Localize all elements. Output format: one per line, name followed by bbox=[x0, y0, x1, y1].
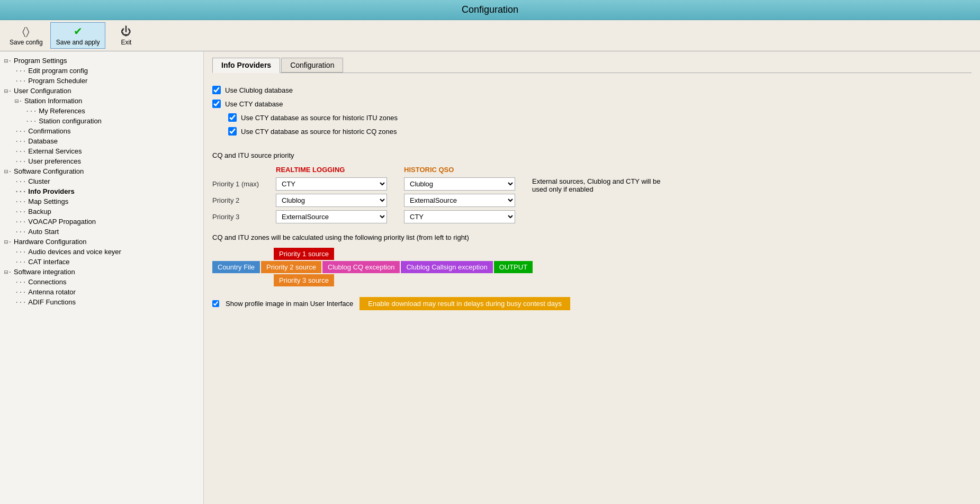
historic-header: HISTORIC QSO bbox=[404, 164, 522, 176]
priority-2-label: Priority 2 bbox=[212, 192, 276, 209]
spacer-1 bbox=[393, 176, 404, 192]
priority-1-historic-cell: Clublog CTY ExternalSource bbox=[404, 176, 522, 192]
sidebar-item-user-configuration[interactable]: ⊟· User Configuration bbox=[0, 86, 203, 96]
priority-3-realtime-cell: CTY Clublog ExternalSource bbox=[276, 209, 393, 225]
priority-3-historic-cell: Clublog CTY ExternalSource bbox=[404, 209, 522, 225]
priority-visual-row-1: Priority 1 source bbox=[212, 248, 972, 260]
note-header bbox=[522, 164, 670, 176]
use-cty-cq-row: Use CTY database as source for historic … bbox=[228, 127, 972, 136]
spacer-3 bbox=[393, 209, 404, 225]
spacer-2 bbox=[393, 192, 404, 209]
use-cty-row: Use CTY database bbox=[212, 100, 972, 108]
checkboxes-section: Use Clublog database Use CTY database Us… bbox=[212, 82, 972, 145]
toolbar: 〈〉 Save config ✔ Save and apply ⏻ Exit bbox=[0, 20, 980, 51]
priority-3-label: Priority 3 bbox=[212, 209, 276, 225]
priority-calc-text: CQ and ITU zones will be calculated usin… bbox=[212, 233, 972, 241]
priority-2-realtime-cell: CTY Clublog ExternalSource bbox=[276, 192, 393, 209]
clublog-cq-badge: Clublog CQ exception bbox=[322, 261, 400, 273]
priority-2-source-badge: Priority 2 source bbox=[261, 261, 321, 273]
tab-configuration[interactable]: Configuration bbox=[281, 58, 343, 73]
sidebar-item-external-services[interactable]: ··· External Services bbox=[0, 146, 203, 156]
sidebar-item-audio-devices[interactable]: ··· Audio devices and voice keyer bbox=[0, 247, 203, 257]
priority-1-realtime-select[interactable]: CTY Clublog ExternalSource bbox=[276, 177, 387, 191]
empty-header bbox=[212, 164, 276, 176]
checkmark-icon: ✔ bbox=[74, 25, 83, 38]
priority-row-1: Priority 1 (max) CTY Clublog ExternalSou… bbox=[212, 176, 670, 192]
tab-info-providers[interactable]: Info Providers bbox=[212, 58, 280, 73]
app-title: Configuration bbox=[462, 4, 518, 15]
priority-visual-row-2: Country File Priority 2 source Clublog C… bbox=[212, 261, 972, 273]
sidebar-item-software-configuration[interactable]: ⊟· Software Configuration bbox=[0, 166, 203, 176]
sidebar-item-connections[interactable]: ··· Connections bbox=[0, 277, 203, 287]
sidebar-item-my-references[interactable]: ··· My References bbox=[0, 106, 203, 116]
priority-2-historic-cell: Clublog CTY ExternalSource bbox=[404, 192, 522, 209]
warning-badge: Enable download may result in delays dur… bbox=[359, 297, 570, 310]
show-profile-label: Show profile image in main User Interfac… bbox=[226, 300, 353, 308]
priority-section-label: CQ and ITU source priority bbox=[212, 151, 972, 159]
main-layout: ⊟· Program Settings ··· Edit program con… bbox=[0, 51, 980, 504]
sidebar-item-cat-interface[interactable]: ··· CAT interface bbox=[0, 257, 203, 267]
country-file-badge: Country File bbox=[212, 261, 260, 273]
sidebar-item-antenna-rotator[interactable]: ··· Antenna rotator bbox=[0, 287, 203, 297]
exit-button[interactable]: ⏻ Exit bbox=[107, 23, 145, 48]
show-profile-row: Show profile image in main User Interfac… bbox=[212, 297, 972, 310]
save-and-apply-button[interactable]: ✔ Save and apply bbox=[50, 22, 106, 49]
save-icon: 〈〉 bbox=[22, 25, 30, 38]
power-icon: ⏻ bbox=[121, 25, 131, 38]
sidebar-item-program-settings[interactable]: ⊟· Program Settings bbox=[0, 56, 203, 66]
use-clublog-checkbox[interactable] bbox=[212, 86, 221, 94]
sidebar-item-adif-functions[interactable]: ··· ADIF Functions bbox=[0, 297, 203, 307]
sidebar-item-map-settings[interactable]: ··· Map Settings bbox=[0, 196, 203, 206]
use-cty-checkbox[interactable] bbox=[212, 100, 221, 108]
save-config-button[interactable]: 〈〉 Save config bbox=[4, 23, 48, 48]
tab-bar: Info Providers Configuration bbox=[212, 58, 972, 73]
sidebar-item-program-scheduler[interactable]: ··· Program Scheduler bbox=[0, 76, 203, 86]
priority-1-historic-select[interactable]: Clublog CTY ExternalSource bbox=[404, 177, 515, 191]
sidebar-item-software-integration[interactable]: ⊟· Software integration bbox=[0, 267, 203, 277]
sidebar-item-confirmations[interactable]: ··· Confirmations bbox=[0, 126, 203, 136]
sidebar-item-user-preferences[interactable]: ··· User preferences bbox=[0, 156, 203, 166]
show-profile-checkbox[interactable] bbox=[212, 300, 219, 307]
external-note-cell: External sources, Clublog and CTY will b… bbox=[522, 176, 670, 225]
priority-3-historic-select[interactable]: Clublog CTY ExternalSource bbox=[404, 210, 515, 223]
priority-visual-row-3: Priority 3 source bbox=[212, 274, 972, 286]
clublog-callsign-badge: Clublog Callsign exception bbox=[401, 261, 492, 273]
use-clublog-row: Use Clublog database bbox=[212, 86, 972, 94]
priority-1-realtime-cell: CTY Clublog ExternalSource bbox=[276, 176, 393, 192]
spacer-header bbox=[393, 164, 404, 176]
use-cty-itu-row: Use CTY database as source for historic … bbox=[228, 113, 972, 122]
priority-table: REALTIME LOGGING HISTORIC QSO Priority 1… bbox=[212, 164, 670, 225]
priority-2-realtime-select[interactable]: CTY Clublog ExternalSource bbox=[276, 194, 387, 207]
realtime-header: REALTIME LOGGING bbox=[276, 164, 393, 176]
priority-1-source-badge: Priority 1 source bbox=[274, 248, 334, 260]
priority-1-label: Priority 1 (max) bbox=[212, 176, 276, 192]
content-panel: Info Providers Configuration Use Clublog… bbox=[204, 51, 980, 504]
sidebar-item-database[interactable]: ··· Database bbox=[0, 136, 203, 146]
priority-2-historic-select[interactable]: Clublog CTY ExternalSource bbox=[404, 194, 515, 207]
sidebar-item-info-providers[interactable]: ··· Info Providers bbox=[0, 186, 203, 196]
sidebar-item-voacap-propagation[interactable]: ··· VOACAP Propagation bbox=[0, 217, 203, 227]
use-cty-itu-checkbox[interactable] bbox=[228, 113, 237, 122]
output-badge: OUTPUT bbox=[494, 261, 533, 273]
sidebar-item-edit-program-config[interactable]: ··· Edit program config bbox=[0, 66, 203, 76]
sidebar: ⊟· Program Settings ··· Edit program con… bbox=[0, 51, 204, 504]
priority-3-source-badge: Priority 3 source bbox=[274, 274, 334, 286]
priority-3-realtime-select[interactable]: CTY Clublog ExternalSource bbox=[276, 210, 387, 223]
sidebar-item-backup[interactable]: ··· Backup bbox=[0, 206, 203, 217]
sidebar-item-cluster[interactable]: ··· Cluster bbox=[0, 176, 203, 186]
sidebar-item-hardware-configuration[interactable]: ⊟· Hardware Configuration bbox=[0, 237, 203, 247]
sidebar-item-station-configuration[interactable]: ··· Station configuration bbox=[0, 116, 203, 126]
priority-section: CQ and ITU source priority REALTIME LOGG… bbox=[212, 151, 972, 225]
title-bar: Configuration bbox=[0, 0, 980, 20]
sidebar-item-station-information[interactable]: ⊟· Station Information bbox=[0, 96, 203, 106]
priority-visual: Priority 1 source Country File Priority … bbox=[212, 248, 972, 286]
sidebar-item-auto-start[interactable]: ··· Auto Start bbox=[0, 227, 203, 237]
use-cty-cq-checkbox[interactable] bbox=[228, 127, 237, 136]
